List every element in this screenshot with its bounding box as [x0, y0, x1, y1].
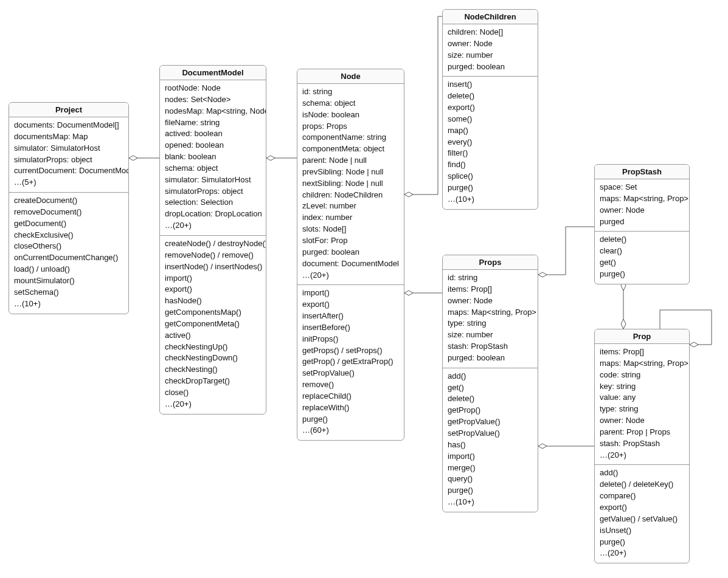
- class-title: Prop: [595, 329, 689, 344]
- class-member: rootNode: Node: [165, 83, 261, 94]
- class-member: purge(): [302, 414, 399, 425]
- class-member: stash: PropStash: [600, 438, 684, 450]
- class-member: insert(): [448, 79, 533, 91]
- class-member: replaceChild(): [302, 391, 399, 402]
- class-member: maps: Map<string, Prop>: [600, 193, 684, 205]
- class-member: …(10+): [448, 497, 533, 508]
- class-member: items: Prop[]: [448, 284, 533, 295]
- class-title: Node: [297, 69, 404, 84]
- class-member: owner: Node: [448, 38, 533, 50]
- class-member: documents: DocumentModel[]: [14, 120, 123, 131]
- class-member: id: string: [302, 86, 399, 98]
- class-member: insertAfter(): [302, 311, 399, 322]
- class-member: closeOthers(): [14, 241, 123, 252]
- class-prop: Prop items: Prop[]maps: Map<string, Prop…: [594, 329, 690, 563]
- class-member: get(): [448, 382, 533, 394]
- class-member: owner: Node: [600, 415, 684, 427]
- class-member: initProps(): [302, 334, 399, 345]
- class-member: getProp(): [448, 405, 533, 416]
- class-member: maps: Map<string, Prop>: [448, 307, 533, 318]
- class-member: insertNode() / insertNodes(): [165, 261, 261, 273]
- methods-section: add()delete() / deleteKey()compare()expo…: [595, 465, 689, 563]
- class-member: children: Node[]: [448, 27, 533, 38]
- class-node: Node id: stringschema: objectisNode: boo…: [297, 69, 404, 441]
- class-member: delete(): [448, 393, 533, 405]
- class-member: onCurrentDocumentChange(): [14, 252, 123, 264]
- class-member: add(): [448, 371, 533, 382]
- class-member: getProps() / setProps(): [302, 345, 399, 357]
- class-member: …(20+): [302, 270, 399, 281]
- class-member: currentDocument: DocumentModel: [14, 165, 123, 177]
- class-member: document: DocumentModel: [302, 258, 399, 270]
- class-member: load() / unload(): [14, 264, 123, 275]
- connector-node-nodechildren: [404, 16, 442, 194]
- class-member: purge(): [600, 269, 684, 280]
- class-member: purged: boolean: [448, 353, 533, 364]
- class-propstash: PropStash space: Setmaps: Map<string, Pr…: [594, 164, 690, 284]
- class-member: export(): [448, 102, 533, 114]
- class-member: export(): [165, 284, 261, 295]
- class-member: checkNesting(): [165, 364, 261, 376]
- class-member: purge(): [448, 485, 533, 497]
- class-member: getProp() / getExtraProp(): [302, 356, 399, 368]
- class-member: import(): [165, 273, 261, 284]
- class-member: stash: PropStash: [448, 341, 533, 353]
- class-member: delete(): [448, 91, 533, 102]
- connector-props-propstash: [538, 227, 594, 275]
- class-member: mountSimulator(): [14, 275, 123, 287]
- class-member: add(): [600, 467, 684, 479]
- class-member: schema: object: [302, 98, 399, 109]
- class-member: …(5+): [14, 177, 123, 188]
- class-member: clear(): [600, 246, 684, 257]
- class-member: purged: boolean: [448, 61, 533, 73]
- class-member: simulatorProps: object: [165, 186, 261, 198]
- methods-section: add()get()delete()getProp()getPropValue(…: [443, 368, 538, 512]
- class-title: DocumentModel: [160, 66, 266, 80]
- class-member: componentMeta: object: [302, 143, 399, 155]
- class-member: actived: boolean: [165, 128, 261, 140]
- methods-section: createDocument()removeDocument()getDocum…: [9, 193, 128, 313]
- class-member: getDocument(): [14, 218, 123, 230]
- class-member: simulator: SimulatorHost: [14, 143, 123, 154]
- class-member: every(): [448, 137, 533, 148]
- class-member: type: string: [600, 404, 684, 415]
- class-member: id: string: [448, 272, 533, 284]
- class-member: code: string: [600, 370, 684, 381]
- attrs-section: documents: DocumentModel[]documentsMap: …: [9, 117, 128, 193]
- class-member: slotFor: Prop: [302, 235, 399, 247]
- attrs-section: id: stringschema: objectisNode: booleanp…: [297, 84, 404, 285]
- class-member: …(10+): [14, 298, 123, 310]
- class-member: …(20+): [165, 220, 261, 232]
- class-member: some(): [448, 114, 533, 125]
- class-props: Props id: stringitems: Prop[]owner: Node…: [442, 255, 538, 512]
- class-member: insertBefore(): [302, 322, 399, 334]
- class-member: delete() / deleteKey(): [600, 479, 684, 490]
- class-member: import(): [302, 287, 399, 299]
- class-member: …(60+): [302, 425, 399, 436]
- class-member: key: string: [600, 381, 684, 393]
- class-member: type: string: [448, 318, 533, 329]
- class-member: splice(): [448, 171, 533, 182]
- class-member: has(): [448, 439, 533, 451]
- class-member: export(): [600, 502, 684, 514]
- methods-section: delete()clear()get()purge(): [595, 232, 689, 283]
- class-member: merge(): [448, 463, 533, 474]
- class-member: checkNestingUp(): [165, 342, 261, 353]
- class-member: active(): [165, 330, 261, 342]
- class-title: Props: [443, 255, 538, 270]
- class-member: componentName: string: [302, 132, 399, 143]
- class-member: getPropValue(): [448, 416, 533, 428]
- class-member: props: Props: [302, 121, 399, 132]
- class-member: removeNode() / remove(): [165, 250, 261, 261]
- class-member: selection: Selection: [165, 197, 261, 208]
- class-member: query(): [448, 473, 533, 485]
- methods-section: createNode() / destroyNode()removeNode()…: [160, 236, 266, 414]
- class-member: owner: Node: [448, 295, 533, 307]
- attrs-section: items: Prop[]maps: Map<string, Prop>code…: [595, 344, 689, 465]
- class-member: nodesMap: Map<string, Node>: [165, 106, 261, 117]
- attrs-section: children: Node[]owner: Nodesize: numberp…: [443, 24, 538, 77]
- class-project: Project documents: DocumentModel[]docume…: [9, 102, 129, 314]
- class-title: PropStash: [595, 165, 689, 179]
- class-member: checkDropTarget(): [165, 376, 261, 387]
- class-member: items: Prop[]: [600, 346, 684, 358]
